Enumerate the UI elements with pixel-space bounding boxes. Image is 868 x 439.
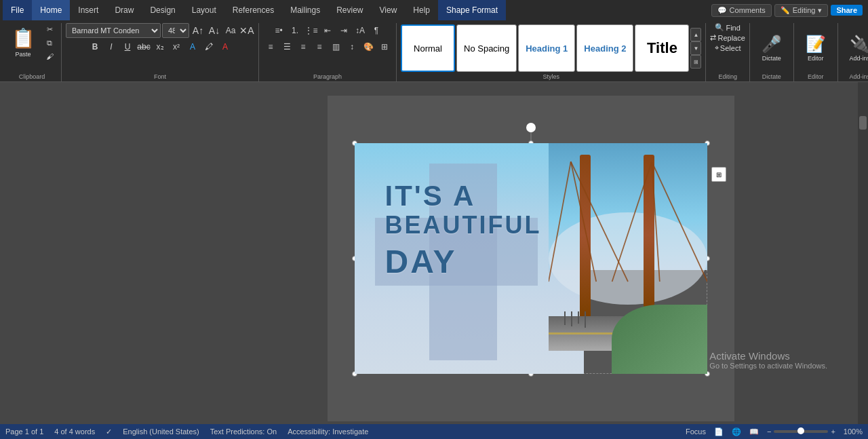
tab-references[interactable]: References (224, 0, 282, 20)
find-button[interactable]: 🔍 Find (715, 23, 740, 32)
editing-label: Editing (793, 6, 816, 14)
zoom-in-button[interactable]: + (831, 427, 835, 436)
bridge-section (549, 143, 707, 374)
text-highlight-button[interactable]: 🖍 (201, 39, 216, 54)
editor-content: 📝 Editor (798, 23, 833, 73)
columns-button[interactable]: ▥ (328, 39, 343, 54)
activate-windows-title: Activate Windows (709, 350, 827, 362)
accessibility[interactable]: Accessibility: Investigate (288, 427, 368, 436)
style-heading1-text: Heading 1 (526, 43, 568, 54)
font-size-select[interactable]: 48 (162, 23, 189, 38)
voice-group-label: Dictate (754, 73, 789, 81)
align-right-button[interactable]: ≡ (296, 39, 311, 54)
editor-icon: 📝 (806, 35, 826, 54)
scrollbar-thumb[interactable] (859, 116, 867, 130)
addins-button[interactable]: 🔌 Add-ins (842, 31, 868, 66)
clear-formatting-button[interactable]: ✕A (239, 23, 254, 38)
tab-draw[interactable]: Draw (106, 0, 142, 20)
rotate-handle[interactable] (526, 123, 536, 132)
image-layout-button[interactable]: ⊞ (711, 167, 726, 182)
document-page: IT'S A BEAUTIFUL DAY ⊞ (328, 96, 734, 421)
shape-text-line1: IT'S A (385, 180, 542, 212)
show-hide-button[interactable]: ¶ (369, 23, 384, 38)
font-name-select[interactable]: Barnard MT Conden (66, 23, 161, 38)
tab-insert[interactable]: Insert (70, 0, 106, 20)
align-center-button[interactable]: ☰ (279, 39, 294, 54)
paragraph-content: ≡• 1. ⋮≡ ⇤ ⇥ ↕A ¶ ≡ ☰ ≡ ≡ ▥ ↕ 🎨 ⊞ (263, 23, 392, 73)
tab-mailings[interactable]: Mailings (282, 0, 328, 20)
tab-file[interactable]: File (3, 0, 32, 20)
tab-layout[interactable]: Layout (184, 0, 224, 20)
share-button[interactable]: Share (831, 5, 863, 16)
increase-indent-button[interactable]: ⇥ (336, 23, 351, 38)
styles-scroll-up[interactable]: ▲ (690, 28, 701, 41)
align-left-button[interactable]: ≡ (263, 39, 278, 54)
styles-content: Normal No Spacing Heading 1 Heading 2 Ti… (401, 23, 701, 73)
style-heading2-button[interactable]: Heading 2 (576, 24, 633, 72)
zoom-out-button[interactable]: − (767, 427, 771, 436)
dictate-button[interactable]: 🎤 Dictate (754, 31, 789, 66)
style-heading1-button[interactable]: Heading 1 (518, 24, 575, 72)
comments-button[interactable]: 💬 Comments (711, 4, 772, 17)
voice-content: 🎤 Dictate (754, 23, 789, 73)
reader-view-icon[interactable]: 📖 (749, 427, 759, 436)
svg-line-4 (652, 161, 660, 282)
style-normal-button[interactable]: Normal (401, 24, 455, 72)
shape-text-line3: DAY (385, 244, 542, 280)
paste-button[interactable]: 📋 Paste (7, 23, 39, 61)
copy-button[interactable]: ⧉ (42, 37, 57, 49)
styles-container: Normal No Spacing Heading 1 Heading 2 Ti… (401, 23, 701, 73)
justify-button[interactable]: ≡ (312, 39, 327, 54)
cut-button[interactable]: ✂ (42, 23, 57, 35)
editor-button[interactable]: 📝 Editor (798, 31, 833, 66)
web-layout-icon[interactable]: 🌐 (732, 427, 741, 436)
bullets-button[interactable]: ≡• (271, 23, 286, 38)
tab-right-controls: 💬 Comments ✏️ Editing ▾ Share (711, 4, 868, 17)
style-title-text: Title (647, 39, 677, 57)
activate-windows-subtitle: Go to Settings to activate Windows. (709, 362, 827, 370)
tab-home[interactable]: Home (32, 0, 70, 20)
spell-check-icon[interactable]: ✓ (106, 427, 112, 436)
shading-button[interactable]: 🎨 (361, 39, 376, 54)
font-color-button[interactable]: A (218, 39, 233, 54)
editing-dropdown-icon: ▾ (818, 6, 822, 15)
paragraph-label: Paragraph (263, 73, 392, 81)
clipboard-main: 📋 Paste ✂ ⧉ 🖌 (7, 23, 57, 62)
style-title-button[interactable]: Title (635, 24, 689, 72)
vertical-scrollbar[interactable] (858, 82, 868, 424)
format-painter-button[interactable]: 🖌 (42, 50, 57, 62)
language[interactable]: English (United States) (123, 427, 199, 436)
underline-button[interactable]: U (120, 39, 135, 54)
selected-shape[interactable]: IT'S A BEAUTIFUL DAY ⊞ (355, 143, 707, 374)
line-spacing-button[interactable]: ↕ (344, 39, 359, 54)
styles-more[interactable]: ⊞ (690, 55, 701, 69)
subscript-button[interactable]: x₂ (153, 39, 167, 54)
change-case-button[interactable]: Aa (223, 23, 238, 38)
bold-button[interactable]: B (87, 39, 102, 54)
multilevel-list-button[interactable]: ⋮≡ (304, 23, 319, 38)
style-no-spacing-button[interactable]: No Spacing (456, 24, 517, 72)
tab-shape-format[interactable]: Shape Format (438, 0, 506, 20)
superscript-button[interactable]: x² (169, 39, 184, 54)
focus-button[interactable]: Focus (686, 427, 706, 436)
zoom-slider[interactable] (774, 430, 828, 433)
strikethrough-button[interactable]: abc (136, 39, 151, 54)
select-button[interactable]: ⌖ Select (715, 43, 741, 52)
font-grow-button[interactable]: A↑ (191, 23, 205, 38)
print-layout-icon[interactable]: 📄 (714, 427, 724, 436)
editing-button[interactable]: ✏️ Editing ▾ (774, 4, 829, 17)
decrease-indent-button[interactable]: ⇤ (320, 23, 335, 38)
tab-design[interactable]: Design (142, 0, 183, 20)
tab-review[interactable]: Review (328, 0, 371, 20)
font-shrink-button[interactable]: A↓ (207, 23, 222, 38)
sort-button[interactable]: ↕A (353, 23, 368, 38)
tab-view[interactable]: View (372, 0, 406, 20)
numbering-button[interactable]: 1. (288, 23, 302, 38)
styles-scroll-down[interactable]: ▼ (690, 41, 701, 55)
italic-button[interactable]: I (104, 39, 119, 54)
borders-button[interactable]: ⊞ (377, 39, 392, 54)
tab-help[interactable]: Help (405, 0, 438, 20)
zoom-level[interactable]: 100% (844, 427, 863, 436)
replace-button[interactable]: ⇄ Replace (710, 33, 745, 42)
text-effects-button[interactable]: A (185, 39, 200, 54)
